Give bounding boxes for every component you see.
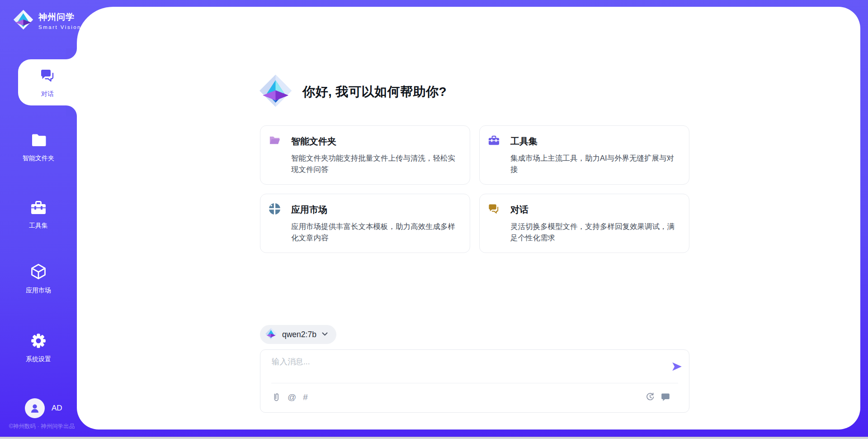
chat-bubbles-icon bbox=[488, 203, 500, 217]
chat-bubbles-icon bbox=[39, 67, 56, 86]
app-logo: 神州问学 Smart Vision bbox=[13, 9, 81, 32]
composer-divider bbox=[271, 383, 678, 383]
composer-right-tools bbox=[646, 392, 670, 401]
user-name: AD bbox=[52, 404, 62, 413]
brand-diamond-icon bbox=[265, 328, 277, 342]
card-description: 灵活切换多模型文件，支持多样回复效果调试，满足个性化需求 bbox=[510, 221, 678, 243]
window-bottom-edge bbox=[0, 437, 868, 439]
segmented-circle-icon bbox=[269, 203, 281, 217]
folder-open-icon bbox=[269, 134, 281, 148]
card-description: 应用市场提供丰富长文本模板，助力高效生成多样化文章内容 bbox=[291, 221, 459, 243]
card-app-market[interactable]: 应用市场 应用市场提供丰富长文本模板，助力高效生成多样化文章内容 bbox=[260, 194, 470, 253]
message-input[interactable] bbox=[272, 356, 665, 382]
sidebar-item-label: 工具集 bbox=[29, 222, 48, 230]
at-icon[interactable]: @ bbox=[288, 392, 296, 402]
sidebar-item-label: 智能文件夹 bbox=[23, 154, 54, 162]
card-description: 智能文件夹功能支持批量文件上传与清洗，轻松实现文件问答 bbox=[291, 153, 459, 175]
copyright-text: ©神州数码 · 神州问学出品 bbox=[0, 423, 84, 430]
user-account[interactable]: AD bbox=[25, 398, 62, 418]
card-title: 对话 bbox=[510, 204, 528, 216]
brand-name: 神州问学 bbox=[38, 11, 81, 23]
sidebar-item-chat[interactable]: 对话 bbox=[18, 59, 77, 105]
folder-icon bbox=[30, 132, 47, 150]
card-title: 工具集 bbox=[510, 135, 538, 148]
pill-fillet-bottom bbox=[66, 105, 77, 116]
hash-icon[interactable]: # bbox=[303, 392, 308, 402]
pill-fillet-top bbox=[66, 48, 77, 59]
feature-cards: 智能文件夹 智能文件夹功能支持批量文件上传与清洗，轻松实现文件问答 工具集 集成… bbox=[260, 125, 689, 253]
card-title: 智能文件夹 bbox=[291, 135, 336, 148]
brand-diamond-icon bbox=[258, 73, 293, 110]
history-icon[interactable] bbox=[646, 392, 655, 401]
message-composer: @ # bbox=[260, 349, 689, 413]
card-title: 应用市场 bbox=[291, 204, 327, 216]
card-chat[interactable]: 对话 灵活切换多模型文件，支持多样回复效果调试，满足个性化需求 bbox=[479, 194, 689, 253]
greeting-row: 你好, 我可以如何帮助你? bbox=[258, 73, 447, 110]
model-selector[interactable]: qwen2:7b bbox=[260, 325, 336, 344]
comment-icon[interactable] bbox=[661, 392, 670, 401]
sidebar-item-settings[interactable]: 系统设置 bbox=[0, 332, 77, 363]
sidebar-item-label: 应用市场 bbox=[26, 286, 51, 295]
toolbox-icon bbox=[30, 199, 47, 218]
sidebar-item-label: 对话 bbox=[41, 90, 54, 98]
sidebar-item-smart-folder[interactable]: 智能文件夹 bbox=[0, 132, 77, 162]
toolbox-icon bbox=[488, 134, 500, 148]
gear-icon bbox=[30, 332, 47, 351]
paperclip-icon[interactable] bbox=[272, 392, 281, 402]
cube-icon bbox=[29, 262, 47, 282]
card-description: 集成市场上主流工具，助力AI与外界无缝扩展与对接 bbox=[510, 153, 678, 175]
sidebar-item-label: 系统设置 bbox=[26, 355, 51, 363]
main-content-panel: 你好, 我可以如何帮助你? 智能文件夹 智能文件夹功能支持批量文件上传与清洗，轻… bbox=[77, 7, 860, 429]
greeting-title: 你好, 我可以如何帮助你? bbox=[302, 83, 447, 100]
card-smart-folder[interactable]: 智能文件夹 智能文件夹功能支持批量文件上传与清洗，轻松实现文件问答 bbox=[260, 125, 470, 185]
avatar bbox=[25, 398, 45, 418]
brand-subtitle: Smart Vision bbox=[38, 24, 81, 30]
card-toolset[interactable]: 工具集 集成市场上主流工具，助力AI与外界无缝扩展与对接 bbox=[479, 125, 689, 185]
sidebar-item-toolset[interactable]: 工具集 bbox=[0, 199, 77, 230]
model-name: qwen2:7b bbox=[282, 330, 316, 339]
composer-left-tools: @ # bbox=[272, 392, 308, 402]
brand-diamond-icon bbox=[13, 9, 34, 32]
send-icon[interactable] bbox=[671, 361, 683, 372]
chevron-down-icon bbox=[321, 330, 328, 339]
person-icon bbox=[29, 402, 41, 414]
sidebar-item-app-market[interactable]: 应用市场 bbox=[0, 262, 77, 295]
